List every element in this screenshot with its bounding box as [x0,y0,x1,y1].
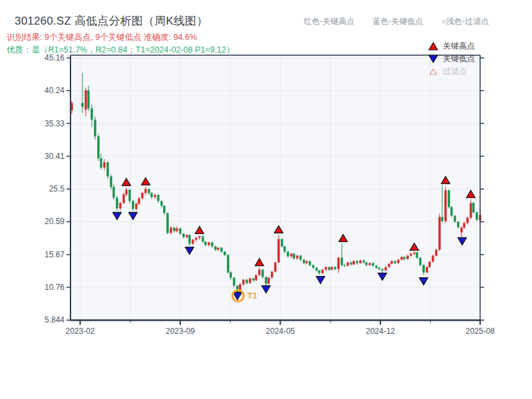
legend-label: 关键高点 [443,41,475,52]
svg-text:45.16: 45.16 [45,53,65,63]
svg-text:40.24: 40.24 [45,86,65,95]
svg-text:T1: T1 [247,291,257,301]
svg-text:10.76: 10.76 [45,283,65,292]
chart-legend: 关键高点 关键低点 过滤点 [428,41,475,76]
legend-item-filter[interactable]: 过滤点 [428,66,475,76]
legend-label: 关键低点 [443,53,475,65]
svg-text:5.844: 5.844 [45,315,65,325]
stock-analysis-window: 301260.SZ 高低点分析图（周K线图） 红色-关键高点 蓝色-关键低点 ○… [0,0,532,399]
svg-text:15.67: 15.67 [45,250,65,259]
svg-text:25.5: 25.5 [49,184,65,194]
svg-text:2023-09: 2023-09 [166,327,195,336]
blue-down-triangle-icon [428,55,438,63]
svg-text:2023-02: 2023-02 [65,327,94,336]
legend-item-key-high[interactable]: 关键高点 [428,41,475,51]
legend-label: 过滤点 [443,66,467,77]
svg-text:2025-08: 2025-08 [466,327,495,336]
svg-text:2024-12: 2024-12 [366,327,395,336]
legend-item-key-low[interactable]: 关键低点 [428,53,475,64]
red-up-triangle-icon [428,42,438,51]
svg-text:2024-05: 2024-05 [265,327,295,336]
svg-text:30.41: 30.41 [45,152,65,161]
filter-triangle-icon [428,67,438,76]
svg-text:35.33: 35.33 [45,119,65,128]
svg-text:20.59: 20.59 [45,217,65,226]
